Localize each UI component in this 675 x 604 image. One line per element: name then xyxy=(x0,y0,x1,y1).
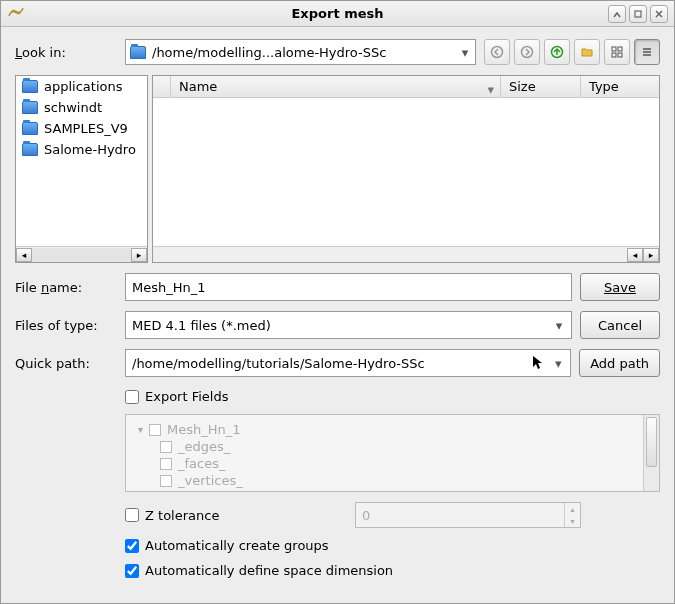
tree-scrollbar[interactable] xyxy=(643,415,659,491)
auto-create-groups-checkbox[interactable] xyxy=(125,539,139,553)
export-fields-tree: ▾Mesh_Hn_1 _edges_ _faces_ _vertices_ xyxy=(125,414,660,492)
scroll-left-icon[interactable]: ◂ xyxy=(16,248,32,262)
dialog-content: Look in: /home/modelling...alome-Hydro-S… xyxy=(1,27,674,603)
spin-down-icon: ▾ xyxy=(565,515,580,527)
folder-icon xyxy=(22,122,38,135)
sidebar-item-applications[interactable]: applications xyxy=(16,76,147,97)
look-in-combo[interactable]: /home/modelling...alome-Hydro-SSc ▾ xyxy=(125,39,476,65)
tree-item-child[interactable]: _vertices_ xyxy=(134,472,635,489)
sidebar-item-schwindt[interactable]: schwindt xyxy=(16,97,147,118)
window-title: Export mesh xyxy=(1,6,674,21)
tree-item-child[interactable]: _faces_ xyxy=(134,455,635,472)
spin-up-icon: ▴ xyxy=(565,503,580,515)
svg-rect-5 xyxy=(618,47,622,51)
sidebar-item-label: SAMPLES_V9 xyxy=(44,121,128,136)
places-sidebar: applications schwindt SAMPLES_V9 Salome-… xyxy=(15,75,148,263)
cancel-button[interactable]: Cancel xyxy=(580,311,660,339)
file-type-value: MED 4.1 files (*.med) xyxy=(132,318,551,333)
sidebar-item-salome-hydro[interactable]: Salome-Hydro xyxy=(16,139,147,160)
new-folder-button[interactable] xyxy=(574,39,600,65)
parent-dir-button[interactable] xyxy=(544,39,570,65)
look-in-label: Look in: xyxy=(15,45,117,60)
scroll-left-icon[interactable]: ◂ xyxy=(627,248,643,262)
tree-item-root[interactable]: ▾Mesh_Hn_1 xyxy=(134,421,635,438)
chevron-down-icon[interactable]: ▾ xyxy=(551,318,567,333)
tree-item-child[interactable]: _edges_ xyxy=(134,438,635,455)
folder-icon xyxy=(22,143,38,156)
save-button[interactable]: Save xyxy=(580,273,660,301)
export-fields-label: Export Fields xyxy=(145,389,228,404)
folder-icon xyxy=(22,80,38,93)
tree-checkbox xyxy=(149,424,161,436)
file-name-input[interactable] xyxy=(125,273,572,301)
tree-checkbox xyxy=(160,458,172,470)
z-tolerance-spinner: ▴▾ xyxy=(355,502,581,528)
chevron-down-icon[interactable]: ▾ xyxy=(457,45,473,60)
file-list[interactable] xyxy=(153,98,659,246)
z-tolerance-label: Z tolerance xyxy=(145,508,219,523)
auto-space-dimension-checkbox[interactable] xyxy=(125,564,139,578)
quick-path-combo[interactable]: /home/modelling/tutorials/Salome-Hydro-S… xyxy=(125,349,571,377)
back-button[interactable] xyxy=(484,39,510,65)
column-blank[interactable] xyxy=(153,76,171,97)
detail-view-button[interactable] xyxy=(634,39,660,65)
file-type-combo[interactable]: MED 4.1 files (*.med) ▾ xyxy=(125,311,572,339)
tree-checkbox xyxy=(160,441,172,453)
tree-checkbox xyxy=(160,475,172,487)
svg-rect-0 xyxy=(635,11,641,17)
column-header-type[interactable]: Type xyxy=(581,76,659,97)
z-tolerance-input xyxy=(356,508,564,523)
close-button[interactable] xyxy=(650,5,668,23)
minimize-button[interactable] xyxy=(608,5,626,23)
auto-space-dimension-label: Automatically define space dimension xyxy=(145,563,393,578)
cursor-icon xyxy=(532,355,544,371)
sidebar-item-label: Salome-Hydro xyxy=(44,142,136,157)
sidebar-item-label: applications xyxy=(44,79,122,94)
file-list-pane: Name▾ Size Type ◂ ▸ xyxy=(152,75,660,263)
sidebar-item-label: schwindt xyxy=(44,100,102,115)
export-fields-checkbox[interactable] xyxy=(125,390,139,404)
svg-rect-7 xyxy=(618,53,622,57)
sidebar-scrollbar[interactable]: ◂ ▸ xyxy=(16,246,147,262)
svg-point-1 xyxy=(492,47,503,58)
quick-path-value: /home/modelling/tutorials/Salome-Hydro-S… xyxy=(132,356,532,371)
tree-expand-icon: ▾ xyxy=(138,424,143,435)
title-bar: Export mesh xyxy=(1,1,674,27)
files-of-type-label: Files of type: xyxy=(15,318,117,333)
folder-icon xyxy=(22,101,38,114)
chevron-down-icon[interactable]: ▾ xyxy=(550,356,566,371)
list-view-button[interactable] xyxy=(604,39,630,65)
file-name-label: File name: xyxy=(15,280,117,295)
column-header-size[interactable]: Size xyxy=(501,76,581,97)
sort-indicator-icon: ▾ xyxy=(487,82,494,97)
scroll-right-icon[interactable]: ▸ xyxy=(131,248,147,262)
svg-point-2 xyxy=(522,47,533,58)
filelist-scrollbar[interactable]: ◂ ▸ xyxy=(153,246,659,262)
look-in-path: /home/modelling...alome-Hydro-SSc xyxy=(152,45,451,60)
maximize-button[interactable] xyxy=(629,5,647,23)
app-icon xyxy=(7,5,25,23)
add-path-button[interactable]: Add path xyxy=(579,349,660,377)
quick-path-label: Quick path: xyxy=(15,356,117,371)
sidebar-item-samples[interactable]: SAMPLES_V9 xyxy=(16,118,147,139)
folder-icon xyxy=(130,46,146,59)
forward-button[interactable] xyxy=(514,39,540,65)
svg-rect-6 xyxy=(612,53,616,57)
svg-rect-4 xyxy=(612,47,616,51)
auto-create-groups-label: Automatically create groups xyxy=(145,538,329,553)
column-header-name[interactable]: Name▾ xyxy=(171,76,501,97)
scroll-right-icon[interactable]: ▸ xyxy=(643,248,659,262)
z-tolerance-checkbox[interactable] xyxy=(125,508,139,522)
